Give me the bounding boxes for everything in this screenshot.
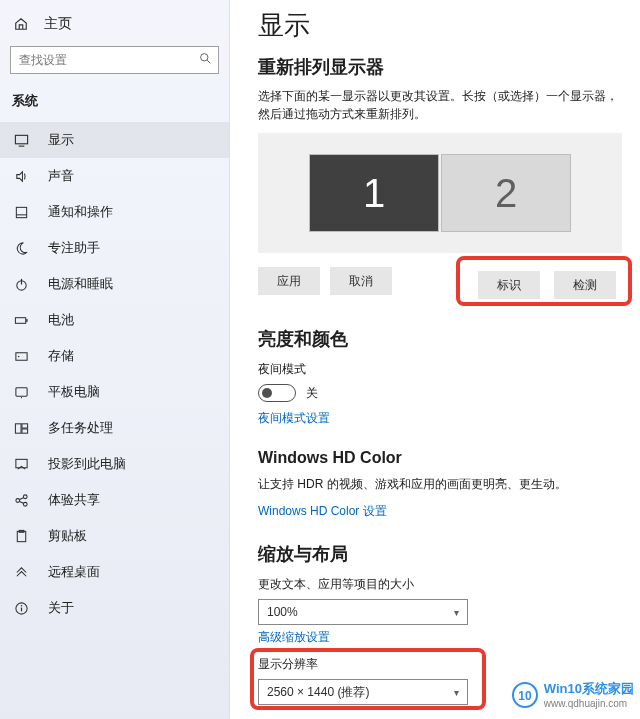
sidebar-item-label: 通知和操作 xyxy=(48,203,113,221)
brightness-section: 亮度和颜色 夜间模式 关 夜间模式设置 xyxy=(258,327,622,427)
clipboard-icon xyxy=(12,529,30,544)
cancel-button[interactable]: 取消 xyxy=(330,267,392,295)
sidebar-item-label: 剪贴板 xyxy=(48,527,87,545)
resolution-value: 2560 × 1440 (推荐) xyxy=(267,684,369,701)
text-size-value: 100% xyxy=(267,605,298,619)
svg-point-11 xyxy=(17,355,19,357)
tablet-icon xyxy=(12,385,30,400)
text-size-label: 更改文本、应用等项目的大小 xyxy=(258,576,622,593)
monitor-button-row: 应用 取消 标识 检测 xyxy=(258,267,622,305)
sidebar-item-multitask[interactable]: 多任务处理 xyxy=(0,410,229,446)
svg-rect-15 xyxy=(21,423,27,427)
search-input[interactable] xyxy=(11,53,192,67)
multitask-icon xyxy=(12,421,30,436)
detect-button[interactable]: 检测 xyxy=(554,271,616,299)
sidebar-item-sound[interactable]: 声音 xyxy=(0,158,229,194)
rearrange-heading: 重新排列显示器 xyxy=(258,55,622,79)
home-label: 主页 xyxy=(44,15,72,33)
watermark-logo-icon: 10 xyxy=(512,682,538,708)
sidebar-item-label: 电源和睡眠 xyxy=(48,275,113,293)
search-box[interactable] xyxy=(10,46,219,74)
toggle-switch-icon xyxy=(258,384,296,402)
monitor-1[interactable]: 1 xyxy=(309,154,439,232)
resolution-combo[interactable]: 2560 × 1440 (推荐) ▾ xyxy=(258,679,468,705)
advanced-scaling-link[interactable]: 高级缩放设置 xyxy=(258,629,622,646)
home-icon xyxy=(12,17,30,31)
svg-rect-8 xyxy=(15,317,25,323)
chevron-down-icon: ▾ xyxy=(454,687,459,698)
sidebar-item-power[interactable]: 电源和睡眠 xyxy=(0,266,229,302)
svg-point-20 xyxy=(23,502,27,506)
sidebar-item-label: 专注助手 xyxy=(48,239,100,257)
sidebar-item-about[interactable]: 关于 xyxy=(0,590,229,626)
svg-rect-10 xyxy=(15,352,26,360)
sidebar-item-project[interactable]: 投影到此电脑 xyxy=(0,446,229,482)
sidebar-item-label: 声音 xyxy=(48,167,74,185)
text-size-combo[interactable]: 100% ▾ xyxy=(258,599,468,625)
svg-text:10: 10 xyxy=(518,689,532,703)
battery-icon xyxy=(12,313,30,328)
sidebar-item-storage[interactable]: 存储 xyxy=(0,338,229,374)
hdcolor-settings-link[interactable]: Windows HD Color 设置 xyxy=(258,503,622,520)
monitor-canvas[interactable]: 1 2 xyxy=(258,133,622,253)
svg-point-18 xyxy=(15,498,19,502)
sidebar-item-shared[interactable]: 体验共享 xyxy=(0,482,229,518)
sidebar-item-clipboard[interactable]: 剪贴板 xyxy=(0,518,229,554)
svg-point-0 xyxy=(200,54,207,61)
night-mode-settings-link[interactable]: 夜间模式设置 xyxy=(258,410,622,427)
apply-button[interactable]: 应用 xyxy=(258,267,320,295)
monitor-2[interactable]: 2 xyxy=(441,154,571,232)
home-nav[interactable]: 主页 xyxy=(0,8,229,40)
sidebar-item-label: 平板电脑 xyxy=(48,383,100,401)
sidebar-item-tablet[interactable]: 平板电脑 xyxy=(0,374,229,410)
cast-icon xyxy=(12,457,30,472)
category-label: 系统 xyxy=(0,84,229,114)
svg-point-27 xyxy=(20,604,22,606)
sidebar-item-label: 远程桌面 xyxy=(48,563,100,581)
rearrange-desc: 选择下面的某一显示器以更改其设置。长按（或选择）一个显示器，然后通过拖动方式来重… xyxy=(258,87,622,123)
sidebar-item-label: 存储 xyxy=(48,347,74,365)
sidebar-item-battery[interactable]: 电池 xyxy=(0,302,229,338)
sidebar-item-label: 电池 xyxy=(48,311,74,329)
hdcolor-section: Windows HD Color 让支持 HDR 的视频、游戏和应用的画面更明亮… xyxy=(258,449,622,520)
chevron-down-icon: ▾ xyxy=(454,607,459,618)
svg-point-13 xyxy=(20,397,21,398)
system-nav: 显示 声音 通知和操作 专注助手 电源和睡眠 电池 xyxy=(0,122,229,626)
main-panel: 显示 重新排列显示器 选择下面的某一显示器以更改其设置。长按（或选择）一个显示器… xyxy=(230,0,640,719)
page-title: 显示 xyxy=(258,8,622,43)
svg-rect-9 xyxy=(26,319,27,322)
moon-icon xyxy=(12,241,30,256)
watermark: 10 Win10系统家园 www.qdhuajin.com xyxy=(512,680,634,709)
sidebar-item-remote[interactable]: 远程桌面 xyxy=(0,554,229,590)
watermark-brand: Win10系统家园 xyxy=(544,680,634,698)
night-mode-toggle[interactable]: 关 xyxy=(258,384,622,402)
share-icon xyxy=(12,493,30,508)
svg-line-21 xyxy=(19,497,23,499)
watermark-url: www.qdhuajin.com xyxy=(544,698,634,709)
svg-line-22 xyxy=(19,501,23,503)
identify-button[interactable]: 标识 xyxy=(478,271,540,299)
svg-rect-4 xyxy=(16,207,26,217)
night-mode-state: 关 xyxy=(306,385,318,402)
sidebar-item-notifications[interactable]: 通知和操作 xyxy=(0,194,229,230)
svg-rect-14 xyxy=(15,423,21,432)
settings-sidebar: 主页 系统 显示 声音 通知和操作 xyxy=(0,0,230,719)
resolution-label: 显示分辨率 xyxy=(258,656,622,673)
speaker-icon xyxy=(12,169,30,184)
sidebar-item-focus[interactable]: 专注助手 xyxy=(0,230,229,266)
sidebar-item-label: 体验共享 xyxy=(48,491,100,509)
sidebar-item-label: 关于 xyxy=(48,599,74,617)
svg-rect-23 xyxy=(17,531,25,541)
storage-icon xyxy=(12,349,30,364)
brightness-heading: 亮度和颜色 xyxy=(258,327,622,351)
search-icon xyxy=(192,52,218,68)
svg-rect-2 xyxy=(15,135,27,143)
monitor-icon xyxy=(12,133,30,148)
sidebar-item-display[interactable]: 显示 xyxy=(0,122,229,158)
sidebar-item-label: 投影到此电脑 xyxy=(48,455,126,473)
remote-icon xyxy=(12,565,30,580)
sidebar-item-label: 显示 xyxy=(48,131,74,149)
hdcolor-desc: 让支持 HDR 的视频、游戏和应用的画面更明亮、更生动。 xyxy=(258,475,622,493)
svg-point-19 xyxy=(23,494,27,498)
power-icon xyxy=(12,277,30,292)
